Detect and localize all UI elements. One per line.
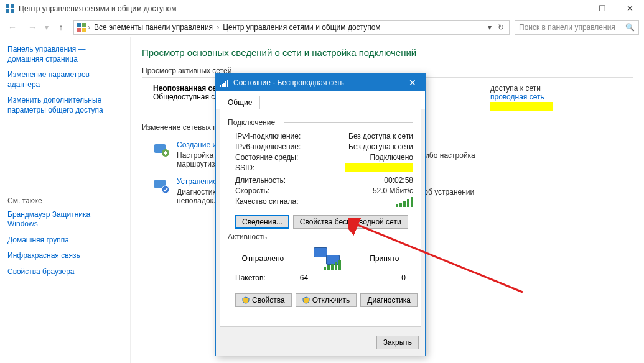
svg-rect-4 (77, 23, 81, 27)
search-placeholder: Поиск в панели управления (519, 23, 615, 32)
sidebar-seealso-infrared[interactable]: Инфракрасная связь (7, 251, 123, 261)
ipv6-value: Без доступа к сети (348, 142, 413, 151)
quality-label: Качество сигнала: (235, 197, 298, 209)
maximize-button[interactable]: ☐ (588, 0, 616, 17)
nav-up-button[interactable]: ↑ (54, 20, 68, 35)
signal-icon (220, 78, 230, 87)
svg-rect-7 (82, 28, 86, 32)
media-label: Состояние среды: (235, 153, 298, 162)
highlight-marker (490, 102, 553, 111)
media-value: Подключено (370, 153, 413, 162)
details-button[interactable]: Сведения... (235, 215, 289, 229)
page-heading: Просмотр основных сведений о сети и наст… (142, 47, 633, 58)
access-type-value: доступа к сети (490, 84, 541, 93)
new-connection-icon (153, 140, 170, 158)
toolbar: ← → ▾ ↑ › Все элементы панели управления… (0, 17, 644, 37)
wifi-status-dialog: Состояние - Беспроводная сеть ✕ Общие По… (215, 73, 426, 356)
duration-label: Длительность: (235, 176, 286, 185)
packets-label: Пакетов: (235, 273, 266, 282)
window-titlebar: Центр управления сетями и общим доступом… (0, 0, 644, 17)
dialog-close-button[interactable]: ✕ (404, 78, 421, 88)
sidebar: Панель управления — домашняя страница Из… (0, 37, 131, 363)
ipv4-value: Без доступа к сети (348, 132, 413, 140)
ipv4-label: IPv4-подключение: (235, 132, 301, 140)
ssid-label: SSID: (235, 163, 254, 174)
group-connection: Подключение (228, 118, 413, 127)
dialog-titlebar[interactable]: Состояние - Беспроводная сеть ✕ (216, 74, 425, 91)
group-activity: Активность (228, 232, 413, 241)
connection-link[interactable]: проводная сеть (490, 93, 544, 101)
ssid-value-redacted (345, 163, 413, 172)
sidebar-link-sharing[interactable]: Изменить дополнительные параметры общего… (7, 96, 123, 115)
dialog-title: Состояние - Беспроводная сеть (233, 78, 344, 87)
breadcrumb-item-all-cp[interactable]: Все элементы панели управления (91, 23, 215, 32)
search-icon: 🔍 (625, 23, 635, 32)
recv-label: Принято (370, 254, 399, 263)
close-button[interactable]: ✕ (616, 0, 644, 17)
wireless-properties-button[interactable]: Свойства беспроводной сети (293, 215, 408, 229)
sidebar-seealso-firewall[interactable]: Брандмауэр Защитника Windows (7, 210, 123, 229)
properties-button[interactable]: Свойства (235, 293, 292, 307)
nav-back-button[interactable]: ← (5, 20, 20, 35)
svg-rect-1 (11, 4, 14, 8)
speed-label: Скорость: (235, 186, 269, 195)
tab-general[interactable]: Общие (220, 96, 260, 109)
activity-icon (314, 247, 340, 270)
sidebar-link-adapter[interactable]: Изменение параметров адаптера (7, 70, 123, 90)
sidebar-seealso-title: См. также (7, 196, 123, 205)
svg-rect-3 (11, 9, 14, 13)
shield-icon (242, 296, 250, 304)
close-dialog-button[interactable]: Закрыть (376, 336, 419, 349)
svg-rect-2 (6, 9, 9, 13)
disable-button[interactable]: Отключить (296, 293, 357, 307)
search-input[interactable]: Поиск в панели управления 🔍 (515, 20, 639, 35)
duration-value: 00:02:58 (384, 176, 413, 185)
diagnose-button[interactable]: Диагностика (360, 293, 418, 307)
nav-forward-button[interactable]: → (25, 20, 40, 35)
window-title: Центр управления сетями и общим доступом (19, 4, 177, 13)
sidebar-seealso-homegroup[interactable]: Домашняя группа (7, 236, 123, 246)
sent-label: Отправлено (242, 254, 284, 263)
packets-recv: 0 (401, 273, 406, 282)
svg-rect-5 (82, 23, 86, 27)
svg-rect-0 (6, 4, 9, 8)
breadcrumb-item-current[interactable]: Центр управления сетями и общим доступом (220, 23, 383, 32)
svg-rect-6 (77, 28, 81, 32)
dialog-tabs: Общие (216, 91, 425, 109)
speed-value: 52.0 Мбит/с (373, 186, 413, 195)
minimize-button[interactable]: — (560, 0, 588, 17)
sidebar-seealso-browser[interactable]: Свойства браузера (7, 267, 123, 277)
signal-bars-icon (396, 197, 413, 207)
breadcrumb-dropdown-icon[interactable]: ▾ (485, 23, 494, 32)
control-panel-icon (77, 22, 86, 32)
refresh-icon[interactable]: ↻ (495, 23, 506, 32)
app-icon (5, 4, 15, 14)
breadcrumb[interactable]: › Все элементы панели управления › Центр… (73, 20, 510, 35)
sidebar-link-home[interactable]: Панель управления — домашняя страница (7, 45, 123, 64)
troubleshoot-icon (153, 177, 170, 195)
ipv6-label: IPv6-подключение: (235, 142, 301, 151)
packets-sent: 64 (300, 273, 308, 282)
shield-icon (302, 296, 310, 304)
